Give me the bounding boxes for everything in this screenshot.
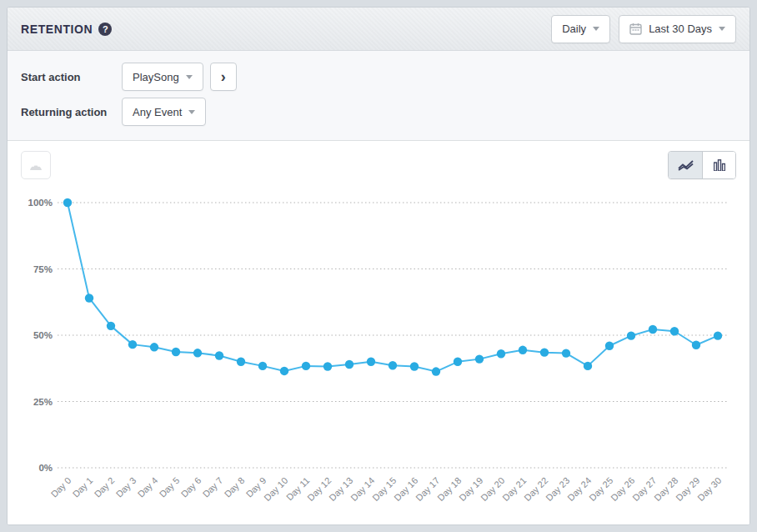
data-point-day-19[interactable] xyxy=(475,354,484,363)
start-action-value: PlaySong xyxy=(133,71,179,83)
data-point-day-21[interactable] xyxy=(519,346,527,354)
data-point-day-8[interactable] xyxy=(237,358,245,366)
x-axis-tick-label: Day 5 xyxy=(158,475,182,499)
returning-action-label: Returning action xyxy=(21,106,122,118)
data-point-day-25[interactable] xyxy=(605,342,614,350)
help-icon[interactable]: ? xyxy=(98,23,112,36)
y-axis-tick-label: 0% xyxy=(38,463,53,473)
retention-chart-svg: 0%25%50%75%100%Day 0Day 1Day 2Day 3Day 4… xyxy=(21,188,738,525)
data-point-day-11[interactable] xyxy=(302,362,310,370)
chart-section: 0%25%50%75%100%Day 0Day 1Day 2Day 3Day 4… xyxy=(8,141,749,525)
line-chart-toggle[interactable] xyxy=(669,152,702,178)
y-axis-tick-label: 75% xyxy=(33,264,53,274)
chevron-right-icon: › xyxy=(221,68,226,86)
x-axis-tick-label: Day 7 xyxy=(201,475,225,499)
interval-dropdown-value: Daily xyxy=(562,23,586,35)
data-point-day-18[interactable] xyxy=(454,358,462,366)
data-point-day-12[interactable] xyxy=(323,362,332,370)
date-range-dropdown[interactable]: Last 30 Days xyxy=(619,15,736,43)
data-point-day-16[interactable] xyxy=(410,362,419,370)
x-axis-tick-label: Day 1 xyxy=(71,475,95,499)
data-point-day-28[interactable] xyxy=(670,327,679,335)
bar-chart-icon xyxy=(714,159,725,171)
retention-line-series xyxy=(68,203,718,372)
page-title: RETENTION xyxy=(21,23,93,36)
chevron-down-icon xyxy=(593,27,599,31)
data-point-day-15[interactable] xyxy=(389,361,397,369)
data-point-day-22[interactable] xyxy=(540,348,549,356)
x-axis-tick-label: Day 6 xyxy=(179,475,203,499)
returning-action-value: Any Event xyxy=(133,106,182,118)
data-point-day-5[interactable] xyxy=(172,348,180,356)
x-axis-tick-label: Day 3 xyxy=(114,475,138,499)
panel-header: RETENTION ? Daily xyxy=(8,8,749,51)
chart-toolbar xyxy=(21,151,736,184)
data-point-day-6[interactable] xyxy=(193,349,202,357)
data-point-day-3[interactable] xyxy=(128,340,137,349)
chevron-down-icon xyxy=(186,75,193,79)
data-point-day-20[interactable] xyxy=(497,349,505,358)
data-point-day-30[interactable] xyxy=(714,331,722,339)
x-axis-tick-label: Day 30 xyxy=(695,475,723,503)
data-point-day-24[interactable] xyxy=(584,362,592,370)
y-axis-tick-label: 50% xyxy=(33,330,53,340)
date-range-dropdown-value: Last 30 Days xyxy=(649,23,712,35)
calendar-icon xyxy=(629,23,642,35)
chart-type-toggle xyxy=(668,151,736,179)
data-point-day-7[interactable] xyxy=(215,351,223,359)
gauge-button xyxy=(21,151,51,179)
data-point-day-29[interactable] xyxy=(692,341,700,349)
data-point-day-23[interactable] xyxy=(562,349,570,357)
start-action-dropdown[interactable]: PlaySong xyxy=(122,63,203,91)
data-point-day-0[interactable] xyxy=(63,198,72,207)
data-point-day-4[interactable] xyxy=(150,343,158,351)
data-point-day-10[interactable] xyxy=(280,367,288,375)
expand-start-action-button[interactable]: › xyxy=(210,63,237,91)
data-point-day-1[interactable] xyxy=(85,294,93,302)
y-axis-tick-label: 100% xyxy=(28,198,53,208)
chevron-down-icon xyxy=(188,110,195,114)
x-axis-tick-label: Day 4 xyxy=(136,475,160,499)
data-point-day-2[interactable] xyxy=(107,322,115,330)
data-point-day-14[interactable] xyxy=(367,358,375,366)
data-point-day-9[interactable] xyxy=(258,362,267,370)
x-axis-tick-label: Day 10 xyxy=(262,475,289,503)
y-axis-tick-label: 25% xyxy=(33,397,53,407)
data-point-day-26[interactable] xyxy=(627,331,635,339)
x-axis-tick-label: Day 0 xyxy=(49,475,73,499)
bar-chart-toggle[interactable] xyxy=(702,152,735,178)
retention-panel: RETENTION ? Daily xyxy=(7,7,750,525)
x-axis-tick-label: Day 8 xyxy=(223,475,247,499)
line-chart-icon xyxy=(678,159,694,171)
x-axis-tick-label: Day 2 xyxy=(93,475,117,499)
chevron-down-icon xyxy=(719,27,725,31)
data-point-day-17[interactable] xyxy=(432,367,440,375)
gauge-icon xyxy=(28,159,43,171)
interval-dropdown[interactable]: Daily xyxy=(551,15,610,43)
data-point-day-27[interactable] xyxy=(649,325,657,334)
returning-action-dropdown[interactable]: Any Event xyxy=(122,98,206,126)
data-point-day-13[interactable] xyxy=(345,360,353,369)
query-controls: Start action PlaySong › Returning action… xyxy=(8,51,749,141)
start-action-label: Start action xyxy=(21,71,122,83)
